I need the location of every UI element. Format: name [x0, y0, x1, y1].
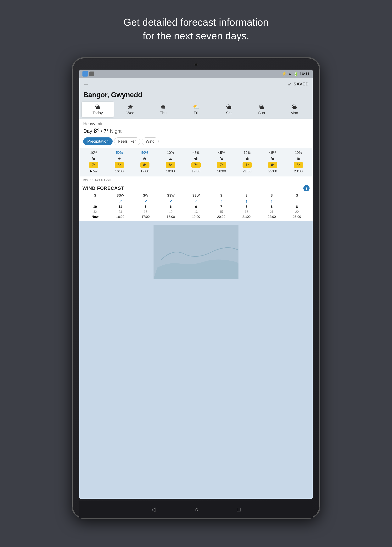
info-icon[interactable]: i [303, 185, 310, 191]
filter-feels-like[interactable]: Feels like° [114, 137, 140, 145]
filter-precipitation[interactable]: Precipitation [83, 137, 113, 145]
status-left [82, 71, 94, 76]
arrow-6: ↑ [234, 199, 259, 204]
arrow-5: ↑ [209, 199, 234, 204]
time-0: Now [81, 169, 106, 173]
speed-4: 6 [183, 205, 209, 209]
temp-8: 8° [286, 162, 311, 168]
speed-3: 6 [158, 205, 183, 209]
tab-sun-label: Sun [258, 111, 265, 115]
gust-4: 13 [183, 210, 209, 214]
arrow-icon-6: ↑ [246, 199, 247, 204]
tab-sat-label: Sat [226, 111, 232, 115]
cloud-icon-8: 🌥 [297, 157, 300, 160]
nav-recent-button[interactable]: □ [237, 506, 241, 513]
gust-5: 15 [209, 210, 234, 214]
tab-fri[interactable]: ⛅ Fri [180, 102, 212, 117]
speed-7: 8 [259, 205, 285, 209]
mon-icon: 🌥 [292, 104, 297, 110]
arrow-1: ↗ [108, 199, 133, 204]
precip-8: 10% [286, 151, 311, 155]
sun-icon: 🌥 [259, 104, 264, 110]
wtime-7: 22:00 [259, 215, 285, 219]
nav-back-button[interactable]: ◁ [151, 506, 156, 513]
time-3: 18:00 [158, 169, 183, 173]
filter-wind[interactable]: Wind [142, 137, 159, 145]
map-inner [153, 225, 239, 279]
hero-line2: for the next seven days. [143, 30, 249, 41]
temp-row: 7° 8° 8° 8° 7° 7° 7° 8° 8° [81, 161, 311, 169]
tab-thu[interactable]: 🌧 Thu [147, 102, 179, 117]
cloud-1: 🌧 [106, 157, 132, 161]
wind-title: WIND FORECAST [82, 185, 124, 191]
wed-icon: 🌧 [128, 104, 133, 110]
tab-wed[interactable]: 🌧 Wed [114, 102, 146, 117]
speed-6: 8 [234, 205, 259, 209]
nav-home-button[interactable]: ○ [195, 506, 198, 513]
sat-icon: 🌥 [226, 104, 232, 110]
wifi-icon: ▲ [288, 72, 292, 76]
tab-sun[interactable]: 🌥 Sun [246, 102, 278, 117]
arrow-8: ↑ [284, 199, 310, 204]
back-button[interactable]: ← [83, 81, 89, 87]
gust-6: 18 [234, 210, 259, 214]
tab-sat[interactable]: 🌥 Sat [213, 102, 245, 117]
time-6: 21:00 [234, 169, 260, 173]
wtime-8: 23:00 [284, 215, 310, 219]
wind-arrow-row: ↑ ↗ ↗ ↗ ↗ ↑ ↑ ↑ ↑ [82, 199, 310, 204]
gust-0: 32 [82, 210, 108, 214]
tablet-screen: ⚡ ▲ 🔋 16:11 ← ⤢ SAVED Bangor, Gwynedd [79, 70, 313, 499]
wtime-6: 21:00 [234, 215, 259, 219]
night-temp: 7° [104, 128, 108, 134]
map-svg [153, 225, 239, 279]
wtime-2: 17:00 [133, 215, 158, 219]
arrow-icon-7: ↑ [271, 199, 273, 204]
cloud-icon-4: 🌥 [194, 157, 198, 160]
cloud-icon-5: 🌤 [220, 157, 223, 160]
dir-8: S [284, 194, 310, 198]
cloud-icon-7: 🌥 [271, 157, 274, 160]
battery-icon: 🔋 [293, 72, 298, 76]
time-4: 19:00 [183, 169, 209, 173]
gust-2: 13 [133, 210, 158, 214]
status-bar: ⚡ ▲ 🔋 16:11 [79, 70, 313, 78]
tab-mon[interactable]: 🌥 Mon [278, 102, 310, 117]
day-label: Day [83, 128, 92, 134]
speed-8: 8 [284, 205, 310, 209]
tab-fri-label: Fri [194, 111, 198, 115]
tab-today[interactable]: 🌥 Today [82, 102, 114, 117]
time-2: 17:00 [132, 169, 158, 173]
map-section [79, 221, 313, 499]
share-icon[interactable]: ⤢ [288, 81, 292, 87]
dir-5: S [209, 194, 234, 198]
wind-speed-row: 19 11 6 6 6 7 8 8 8 [82, 205, 310, 209]
dir-3: SSW [158, 194, 183, 198]
gust-7: 21 [259, 210, 285, 214]
precip-0: 10% [81, 151, 106, 155]
night-label: Night [110, 128, 122, 134]
arrow-icon-8: ↑ [296, 199, 298, 204]
precip-6: 10% [234, 151, 260, 155]
temp-5: 7° [209, 162, 234, 168]
weather-condition: Heavy rain [83, 121, 309, 126]
arrow-2: ↗ [133, 199, 158, 204]
saved-button[interactable]: SAVED [293, 82, 309, 87]
nav-bar-bottom: ◁ ○ □ [79, 501, 313, 518]
today-icon: 🌥 [95, 104, 100, 110]
time-1: 16:00 [106, 169, 132, 173]
arrow-icon-1: ↗ [119, 199, 122, 204]
cloud-0: 🌥 [81, 157, 106, 161]
cloud-2: 🌧 [132, 157, 158, 161]
time-7: 22:00 [260, 169, 286, 173]
wtime-4: 19:00 [183, 215, 209, 219]
day-tabs: 🌥 Today 🌧 Wed 🌧 Thu ⛅ Fri 🌥 Sat [79, 102, 313, 119]
header-actions: ⤢ SAVED [288, 81, 309, 87]
app-header: ← ⤢ SAVED [79, 78, 313, 90]
temp-7: 8° [260, 162, 286, 168]
app-icon2 [89, 72, 94, 76]
cloud-icon-6: 🌥 [246, 157, 249, 160]
cloud-3: ☁ [158, 156, 183, 161]
speed-2: 6 [133, 205, 158, 209]
cloud-icon-1: 🌧 [118, 157, 121, 160]
dir-6: S [234, 194, 259, 198]
